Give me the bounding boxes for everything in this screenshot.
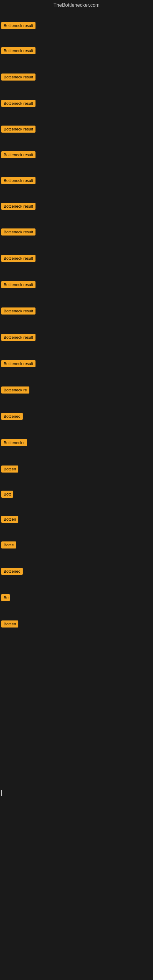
result-row-4: Bottleneck result: [0, 97, 153, 111]
bottleneck-label-13[interactable]: Bottleneck result: [1, 334, 35, 341]
result-row-17: Bottleneck r: [0, 437, 153, 450]
bottleneck-label-18[interactable]: Bottlen: [1, 466, 18, 473]
result-row-7: Bottleneck result: [0, 175, 153, 188]
bottleneck-label-16[interactable]: Bottlenec: [1, 413, 22, 420]
bottleneck-label-8[interactable]: Bottleneck result: [1, 203, 35, 210]
result-row-18: Bottlen: [0, 463, 153, 476]
result-row-9: Bottleneck result: [0, 226, 153, 239]
result-row-16: Bottlenec: [0, 410, 153, 423]
bottleneck-label-1[interactable]: Bottleneck result: [1, 22, 35, 29]
result-row-19: Bott: [0, 488, 153, 501]
bottleneck-label-10[interactable]: Bottleneck result: [1, 255, 35, 262]
result-row-6: Bottleneck result: [0, 149, 153, 162]
result-row-11: Bottleneck result: [0, 279, 153, 292]
result-row-15: Bottleneck re: [0, 384, 153, 397]
result-row-2: Bottleneck result: [0, 45, 153, 58]
bottleneck-label-5[interactable]: Bottleneck result: [1, 126, 35, 133]
bottleneck-label-15[interactable]: Bottleneck re: [1, 387, 29, 393]
bottleneck-label-6[interactable]: Bottleneck result: [1, 151, 35, 158]
bottleneck-label-11[interactable]: Bottleneck result: [1, 281, 35, 288]
result-row-23: Bo: [0, 592, 153, 605]
bottleneck-label-22[interactable]: Bottlenec: [1, 568, 22, 575]
bottleneck-label-7[interactable]: Bottleneck result: [1, 177, 35, 184]
result-row-1: Bottleneck result: [0, 20, 153, 33]
bottleneck-label-21[interactable]: Bottle: [1, 541, 16, 549]
site-title: TheBottlenecker.com: [0, 0, 153, 10]
result-row-3: Bottleneck result: [0, 71, 153, 84]
bottleneck-label-12[interactable]: Bottleneck result: [1, 307, 35, 315]
result-row-12: Bottleneck result: [0, 305, 153, 318]
result-row-10: Bottleneck result: [0, 252, 153, 266]
bottleneck-label-24[interactable]: Bottlen: [1, 620, 18, 627]
bottleneck-label-17[interactable]: Bottleneck r: [1, 439, 27, 446]
bottleneck-label-14[interactable]: Bottleneck result: [1, 360, 35, 367]
result-row-5: Bottleneck result: [0, 123, 153, 136]
result-row-8: Bottleneck result: [0, 200, 153, 213]
result-row-20: Bottlen: [0, 513, 153, 527]
bottleneck-label-19[interactable]: Bott: [1, 491, 13, 498]
bottleneck-label-4[interactable]: Bottleneck result: [1, 100, 35, 107]
bottleneck-label-9[interactable]: Bottleneck result: [1, 229, 35, 235]
result-row-24: Bottlen: [0, 618, 153, 631]
result-row-22: Bottlenec: [0, 565, 153, 579]
bottleneck-label-23[interactable]: Bo: [1, 594, 10, 601]
bottleneck-label-2[interactable]: Bottleneck result: [1, 47, 35, 54]
result-row-13: Bottleneck result: [0, 331, 153, 345]
cursor-line: [1, 790, 2, 796]
result-row-21: Bottle: [0, 539, 153, 552]
bottleneck-label-20[interactable]: Bottlen: [1, 516, 18, 523]
result-row-14: Bottleneck result: [0, 358, 153, 371]
bottleneck-label-3[interactable]: Bottleneck result: [1, 73, 35, 81]
